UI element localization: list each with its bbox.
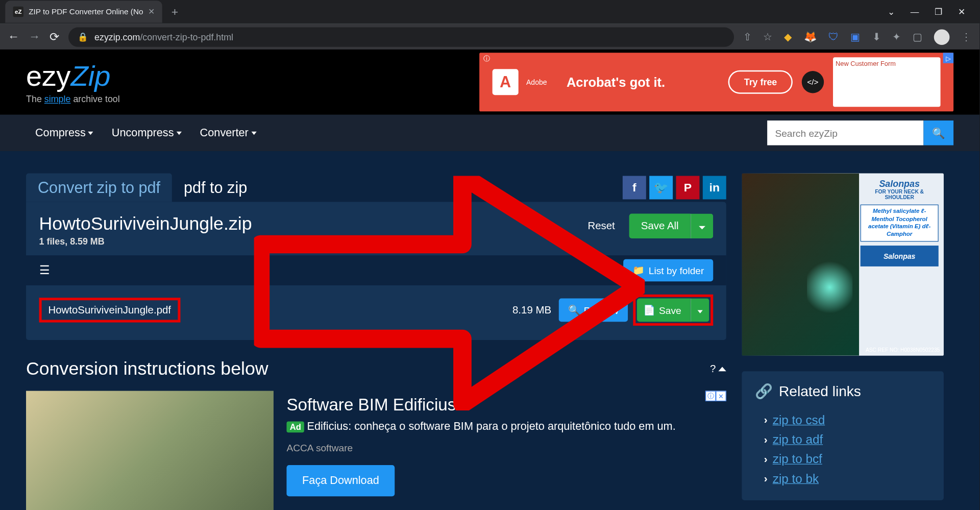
ad-image — [26, 391, 274, 510]
chevron-down-icon[interactable]: ⌄ — [888, 7, 895, 16]
browser-toolbar: ← → ⟳ 🔒 ezyzip.com/convert-zip-to-pdf.ht… — [0, 23, 979, 50]
extension-icon[interactable]: ▣ — [850, 31, 860, 43]
preview-button[interactable]: 🔍 Preview — [559, 298, 627, 322]
related-link-item: › zip to csd — [755, 410, 931, 430]
download-icon[interactable]: ⬇ — [872, 31, 881, 43]
nav-converter[interactable]: Converter — [191, 127, 265, 140]
save-button[interactable]: 📄 Save — [637, 298, 691, 322]
output-filesize: 8.19 MB — [512, 304, 551, 316]
ad-info-icon[interactable]: ⓘ — [705, 391, 716, 401]
header-ad-banner[interactable]: ⓘ A Adobe Acrobat's got it. Try free </>… — [479, 53, 953, 111]
tab-pdf-to-zip[interactable]: pdf to zip — [172, 173, 259, 202]
extension-icon[interactable]: 🛡 — [828, 31, 839, 43]
search-input[interactable] — [767, 120, 923, 145]
sidebar-ad-sub: FOR YOUR NECK & SHOULDER — [861, 189, 939, 201]
content-ad[interactable]: ⓘ ✕ Software BIM Edificius AdEdificius: … — [26, 391, 726, 510]
ad-preview-thumb: New Customer Form — [833, 57, 941, 107]
ad-cta-button[interactable]: Try free — [728, 70, 793, 94]
chevron-right-icon: › — [764, 473, 768, 484]
sidebar-ad-brand: Salonpas — [861, 179, 939, 189]
forward-button[interactable]: → — [29, 30, 40, 44]
save-all-dropdown[interactable] — [691, 214, 714, 238]
site-logo[interactable]: ezyZip — [26, 60, 120, 92]
search-icon: 🔍 — [568, 304, 580, 316]
ad-headline: Acrobat's got it. — [567, 75, 665, 89]
linkedin-share-button[interactable]: in — [703, 176, 726, 200]
list-by-folder-button[interactable]: 📁 List by folder — [623, 259, 713, 281]
menu-icon[interactable]: ⋮ — [961, 31, 971, 43]
sidebar-ad-ingredients: Methyl salicylate ℓ-Menthol Tocopherol a… — [861, 205, 939, 241]
sidebar-ad[interactable]: Salonpas FOR YOUR NECK & SHOULDER Methyl… — [742, 173, 944, 355]
file-icon: 📄 — [643, 304, 655, 316]
ad-badge-icon: ⓘ — [483, 54, 490, 63]
share-icon[interactable]: ⇧ — [743, 31, 752, 43]
site-tagline: The simple archive tool — [26, 94, 120, 104]
chevron-right-icon: › — [764, 415, 768, 426]
twitter-share-button[interactable]: 🐦 — [649, 176, 673, 200]
save-dropdown[interactable] — [691, 298, 709, 322]
related-link-item: › zip to bk — [755, 469, 931, 489]
close-tab-icon[interactable]: × — [149, 6, 155, 17]
ad-close-icon[interactable]: ✕ — [716, 391, 726, 401]
list-icon[interactable]: ☰ — [39, 263, 50, 278]
ad-title: Software BIM Edificius — [286, 395, 726, 415]
profile-avatar[interactable] — [934, 29, 950, 45]
ad-brand: Adobe — [526, 78, 547, 86]
maximize-icon[interactable]: ❐ — [935, 7, 942, 16]
main-nav: Compress Uncompress Converter 🔍 — [0, 115, 979, 151]
new-tab-button[interactable]: + — [165, 5, 185, 19]
related-links-heading: 🔗 Related links — [755, 383, 931, 400]
favicon-icon: eZ — [13, 7, 23, 17]
adobe-logo-icon: A — [493, 69, 519, 95]
related-link[interactable]: zip to csd — [773, 413, 825, 427]
chevron-right-icon: › — [764, 453, 768, 465]
extension-icon[interactable]: 🦊 — [804, 31, 817, 43]
ad-company: ACCA software — [286, 442, 726, 453]
pinterest-share-button[interactable]: P — [676, 176, 699, 200]
extension-icon[interactable]: ◆ — [784, 31, 792, 43]
extensions-icon[interactable]: ✦ — [892, 31, 901, 43]
tab-title: ZIP to PDF Converter Online (No — [29, 7, 143, 16]
sidebar-ad-product: Salonpas — [861, 246, 939, 266]
file-row: HowtoSuriviveinJungle.pdf 8.19 MB 🔍 Prev… — [39, 285, 714, 328]
related-link[interactable]: zip to adf — [773, 432, 823, 447]
instructions-toggle[interactable]: ? — [710, 363, 726, 375]
lock-icon: 🔒 — [78, 32, 88, 42]
address-bar[interactable]: 🔒 ezyzip.com/convert-zip-to-pdf.html — [68, 27, 734, 46]
facebook-share-button[interactable]: f — [623, 176, 646, 200]
related-link[interactable]: zip to bk — [773, 472, 819, 486]
reload-button[interactable]: ⟳ — [50, 30, 59, 44]
ad-description: AdEdificius: conheça o software BIM para… — [286, 420, 726, 433]
save-all-button[interactable]: Save All — [629, 214, 691, 238]
panel-icon[interactable]: ▢ — [913, 31, 922, 43]
reset-button[interactable]: Reset — [579, 215, 624, 237]
link-icon: 🔗 — [755, 383, 772, 400]
nav-uncompress[interactable]: Uncompress — [103, 127, 191, 140]
related-link-item: › zip to adf — [755, 430, 931, 449]
tab-convert-zip-to-pdf[interactable]: Convert zip to pdf — [26, 173, 172, 202]
nav-compress[interactable]: Compress — [26, 127, 103, 140]
ad-download-button[interactable]: Faça Download — [286, 465, 395, 496]
bookmark-icon[interactable]: ☆ — [763, 31, 772, 43]
folder-icon: 📁 — [632, 264, 645, 276]
related-link-item: › zip to bcf — [755, 449, 931, 469]
sidebar-ad-ref: ASC REF NO: H0038N0502235 — [866, 347, 940, 353]
instructions-heading: Conversion instructions below — [26, 358, 268, 379]
zip-file-meta: 1 files, 8.59 MB — [39, 236, 252, 246]
ad-code-icon: </> — [802, 71, 824, 93]
window-controls: ⌄ — ❐ ✕ — [888, 7, 974, 16]
output-filename: HowtoSuriviveinJungle.pdf — [39, 298, 180, 322]
url-host: ezyzip.com — [94, 32, 140, 42]
related-link[interactable]: zip to bcf — [773, 452, 822, 467]
url-path: /convert-zip-to-pdf.html — [140, 32, 233, 42]
browser-tab-bar: eZ ZIP to PDF Converter Online (No × + ⌄… — [0, 0, 979, 23]
back-button[interactable]: ← — [8, 30, 19, 44]
close-window-icon[interactable]: ✕ — [958, 7, 965, 16]
related-links-panel: 🔗 Related links › zip to csd › zip to ad… — [742, 371, 944, 500]
ad-info-icon[interactable]: ▷ — [943, 53, 953, 63]
minimize-icon[interactable]: — — [911, 7, 919, 16]
zip-filename: HowtoSuriviveinJungle.zip — [39, 214, 252, 235]
browser-tab[interactable]: eZ ZIP to PDF Converter Online (No × — [5, 1, 162, 22]
search-button[interactable]: 🔍 — [923, 120, 953, 145]
chevron-up-icon — [718, 367, 726, 371]
